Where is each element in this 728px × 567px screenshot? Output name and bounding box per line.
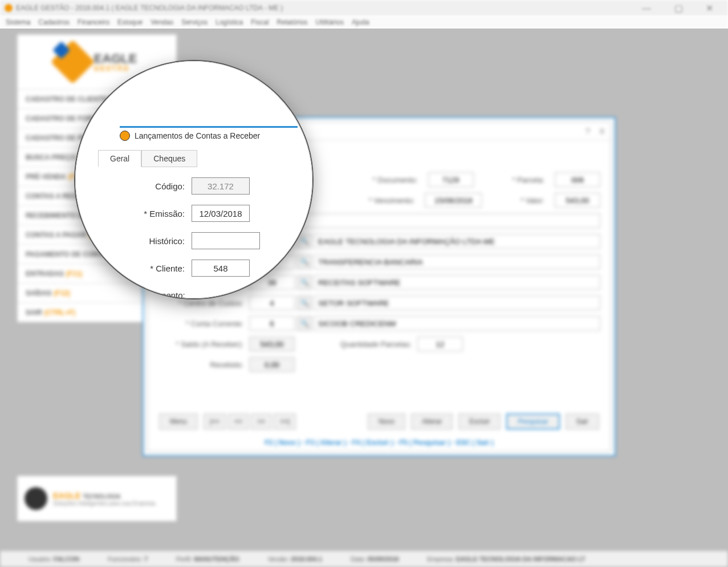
sair-button[interactable]: Sair [566, 414, 599, 430]
shortcut-hints: F2 ( Novo ) - F3 ( Alterar ) - F4 ( Excl… [148, 439, 611, 447]
alterar-button[interactable]: Alterar [411, 414, 453, 430]
app-title: EAGLE GESTÃO - 2018.004.1 ( EAGLE TECNOL… [16, 4, 283, 12]
input-emissao[interactable] [192, 205, 250, 222]
input-cliente-id[interactable] [192, 260, 250, 277]
menu-item[interactable]: Sistema [6, 18, 30, 26]
label-valor: * Valor: [520, 196, 550, 205]
lookup-icon[interactable]: 🔍 [297, 254, 312, 269]
label-emissao: * Emissão: [90, 209, 192, 218]
menu-item[interactable]: Estoque [117, 18, 143, 26]
nav-first-button[interactable]: |<< [204, 414, 226, 430]
menu-button[interactable]: Menu [159, 414, 198, 430]
app-icon [5, 4, 13, 12]
label-codigo: Código: [90, 181, 192, 191]
statusbar: Usuário: FALCON Funcionário: 7 Perfil: M… [0, 551, 728, 567]
label-qtd-parcelas: Quantidade Parcelas: [340, 340, 417, 349]
input-conta-id[interactable] [249, 316, 295, 331]
menu-item[interactable]: Cadastros [38, 18, 70, 26]
novo-button[interactable]: Novo [368, 414, 405, 430]
menu-item[interactable]: Utilitários [316, 18, 344, 26]
menu-item[interactable]: Fiscal [251, 18, 269, 26]
input-recebido [249, 357, 295, 372]
label-parcela: * Parcela: [513, 176, 550, 184]
magnifier-lens: Lançamentos de Contas a Receber Geral Ch… [74, 60, 314, 299]
zoom-dialog-title: Lançamentos de Contas a Receber [120, 126, 298, 143]
nav-next-button[interactable]: >> [251, 414, 271, 430]
footer-tagline: Soluções Inteligentes para sua Empresa [53, 500, 156, 507]
dialog-button-row: Menu |<< << >> >>| Novo Alterar Excluir … [159, 414, 599, 430]
tab-cheques[interactable]: Cheques [141, 150, 197, 167]
help-button[interactable]: ? [585, 126, 590, 136]
input-cliente-desc[interactable] [314, 234, 600, 249]
menu-item[interactable]: Logística [215, 18, 243, 26]
input-plano-desc[interactable] [314, 275, 600, 290]
input-conta-desc[interactable] [314, 316, 600, 331]
nav-prev-button[interactable]: << [228, 414, 249, 430]
pesquisar-button[interactable]: Pesquisar [506, 414, 559, 430]
input-codigo[interactable] [192, 177, 250, 195]
label-centro: * Centro de Custos: [158, 299, 249, 307]
logo-name: EAGLE [94, 51, 137, 66]
label-conta-corrente: * Conta Corrente: [158, 319, 249, 328]
lookup-icon[interactable]: 🔍 [297, 275, 312, 290]
label-recebido: Recebido: [158, 361, 249, 369]
input-forma-desc[interactable] [314, 254, 600, 269]
menubar[interactable]: Sistema Cadastros Financeiro Estoque Ven… [0, 16, 728, 29]
window-controls[interactable]: — ▢ ✕ [642, 3, 723, 14]
logo-icon [50, 40, 95, 84]
input-historico[interactable] [192, 232, 260, 249]
label-documento: * Documento: [373, 176, 424, 184]
input-documento[interactable] [428, 172, 474, 187]
footer-logo: EAGLE TECNOLOGIA Soluções Inteligentes p… [17, 476, 177, 521]
input-centro-id[interactable] [249, 295, 295, 310]
input-vencimento[interactable] [425, 193, 482, 208]
input-centro-desc[interactable] [314, 295, 600, 310]
label-vencimento: * Vencimento: [369, 196, 420, 205]
dialog-title-text: Lançamentos de Contas a Receber [135, 131, 260, 140]
logo-sub: GESTÃO [94, 65, 137, 72]
nav-buttons: |<< << >> >>| [204, 414, 296, 430]
menu-item[interactable]: Financeiro [78, 18, 109, 26]
menu-item[interactable]: Relatórios [277, 18, 308, 26]
workspace: EAGLEGESTÃO CADASTRO DE CLIENTES(F3) CAD… [0, 29, 728, 567]
dialog-icon [120, 131, 130, 141]
excluir-button[interactable]: Excluir [458, 414, 501, 430]
nav-last-button[interactable]: >>| [274, 414, 296, 430]
lookup-icon[interactable]: 🔍 [297, 316, 312, 331]
menu-item[interactable]: Serviços [181, 18, 208, 26]
input-saldo [249, 337, 295, 351]
input-qtd-parcelas[interactable] [417, 337, 463, 351]
footer-logo-icon [25, 487, 47, 510]
input-valor[interactable] [555, 193, 600, 208]
tab-geral[interactable]: Geral [98, 150, 141, 167]
menu-item[interactable]: Ajuda [352, 18, 369, 26]
input-parcela[interactable] [555, 172, 600, 187]
label-saldo: * Saldo (A Receber): [158, 340, 249, 349]
lookup-icon[interactable]: 🔍 [297, 295, 312, 310]
close-button[interactable]: X [599, 126, 605, 136]
label-historico: Histórico: [90, 236, 192, 246]
app-titlebar: EAGLE GESTÃO - 2018.004.1 ( EAGLE TECNOL… [0, 0, 728, 16]
menu-item[interactable]: Vendas [151, 18, 173, 26]
